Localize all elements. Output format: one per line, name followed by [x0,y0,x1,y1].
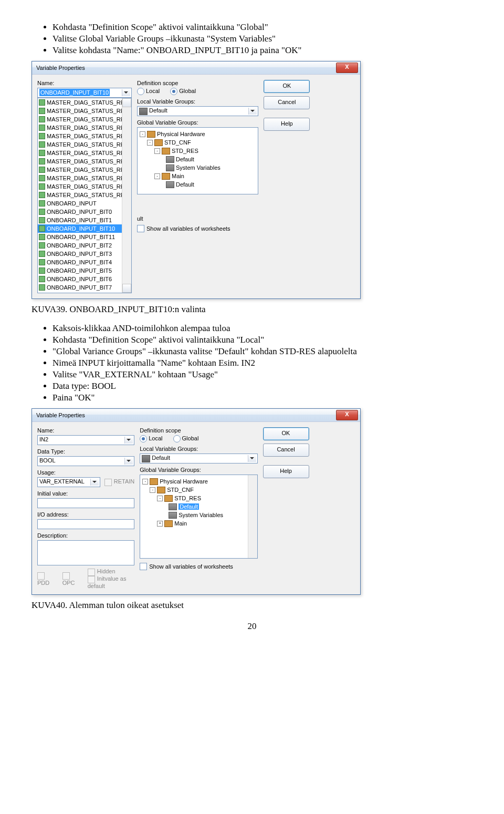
list-item[interactable]: ONBOARD_INPUT_BIT11 [38,233,131,241]
list-item[interactable]: MASTER_DIAG_STATUS_REG_US [38,182,131,191]
usage-combo[interactable]: VAR_EXTERNAL [37,477,100,487]
variable-icon [39,158,45,164]
expander-icon[interactable]: - [157,496,163,501]
help-button[interactable]: Help [264,118,310,131]
scrollbar[interactable] [122,98,131,293]
io-label: I/O address: [37,511,134,518]
lvg-combo[interactable]: Default [140,454,257,463]
mid-bullets: Kaksois-klikkaa AND-toimilohkon alempaa … [52,323,472,403]
variable-icon [39,242,45,249]
list-item[interactable]: ONBOARD_INPUT_BIT2 [38,241,131,250]
show-all-checkbox[interactable] [137,225,144,232]
folder-icon [162,148,170,154]
show-all-checkbox[interactable] [140,563,147,570]
list-item[interactable]: ONBOARD_INPUT_BIT5 [38,266,131,275]
ok-button[interactable]: OK [264,80,310,93]
dialog-title: Variable Properties [36,412,336,418]
list-item[interactable]: ONBOARD_INPUT_BIT8 [38,292,131,293]
list-item[interactable]: ONBOARD_INPUT_BIT4 [38,258,131,266]
expander-icon[interactable]: - [142,479,148,485]
list-item[interactable]: MASTER_DIAG_STATUS_REG_SY [38,166,131,174]
list-item[interactable]: ONBOARD_INPUT_BIT6 [38,275,131,283]
close-icon[interactable]: X [336,410,358,420]
variable-icon [39,150,45,156]
expander-icon[interactable]: - [154,148,160,154]
list-item: "Global Variance Groups" –ikkunasta vali… [52,346,472,357]
pdd-option: PDD [37,572,55,585]
initial-label: Initial value: [37,490,134,497]
ok-button[interactable]: OK [263,427,309,440]
lvg-combo[interactable]: Default [137,106,258,116]
close-icon[interactable]: X [336,63,358,73]
datatype-combo[interactable]: BOOL [37,456,134,466]
name-listbox[interactable]: MASTER_DIAG_STATUS_REG_HIMASTER_DIAG_STA… [37,98,132,293]
dialog-title: Variable Properties [36,65,336,71]
radio-global[interactable]: Global [170,88,196,95]
figure-caption-2: KUVA40. Alemman tulon oikeat asetukset [32,600,472,611]
list-item: Valitse kohdasta "Name:" ONBOARD_INPUT_B… [52,45,472,56]
retain-option: RETAIN [104,478,135,486]
variable-icon [39,267,45,274]
disk-icon [169,503,177,510]
list-item[interactable]: ONBOARD_INPUT_BIT1 [38,216,131,224]
cancel-button[interactable]: Cancel [263,444,309,457]
name-combo[interactable]: ONBOARD_INPUT_BIT10 [37,88,132,98]
radio-local[interactable]: Local [140,435,162,442]
list-item[interactable]: MASTER_DIAG_STATUS_REG_RL [38,149,131,157]
description-input[interactable] [37,540,134,565]
radio-global[interactable]: Global [173,435,199,442]
list-item[interactable]: MASTER_DIAG_STATUS_REG_QL [38,123,131,132]
help-button[interactable]: Help [263,465,309,478]
expander-icon[interactable]: - [140,131,145,137]
gvg-tree[interactable]: -Physical Hardware -STD_CNF -STD_RES Def… [137,127,258,194]
disk-icon [166,181,174,188]
list-item: Kaksois-klikkaa AND-toimilohkon alempaa … [52,323,472,334]
list-item: Paina "OK" [52,393,472,403]
disk-icon [139,108,148,115]
list-item[interactable]: MASTER_DIAG_STATUS_REG_RC [38,132,131,140]
list-item: Valitse "VAR_EXTERNAL" kohtaan "Usage" [52,369,472,380]
list-item[interactable]: MASTER_DIAG_STATUS_REG_WA [38,191,131,199]
list-item[interactable]: ONBOARD_INPUT [38,199,131,208]
cancel-button[interactable]: Cancel [264,96,310,109]
folder-icon [164,520,173,527]
variable-icon [39,192,45,198]
opc-option: OPC [62,572,80,585]
list-item[interactable]: MASTER_DIAG_STATUS_REG_SS [38,157,131,166]
io-address-input[interactable] [37,519,134,529]
variable-icon [39,209,45,215]
list-item[interactable]: ONBOARD_INPUT_BIT0 [38,208,131,216]
disk-icon [166,156,174,163]
list-item: Kohdasta "Definition Scope" aktivoi vali… [52,335,472,345]
initial-value-input[interactable] [37,498,134,508]
list-item[interactable]: MASTER_DIAG_STATUS_REG_RE [38,140,131,149]
variable-icon [39,251,45,257]
variable-icon [39,175,45,181]
radio-local[interactable]: Local [137,88,160,95]
expander-icon[interactable]: - [154,173,160,179]
list-item[interactable]: MASTER_DIAG_STATUS_REG_PF [38,115,131,123]
list-item[interactable]: ONBOARD_INPUT_BIT3 [38,250,131,258]
lvg-label: Local Variable Groups: [140,446,257,452]
expander-icon[interactable]: - [147,140,153,146]
list-item[interactable]: MASTER_DIAG_STATUS_REG_HI [38,98,131,107]
retain-checkbox [104,479,112,486]
list-item[interactable]: MASTER_DIAG_STATUS_REG_LO [38,107,131,115]
name-combo[interactable]: IN2 [37,435,134,445]
list-item[interactable]: ONBOARD_INPUT_BIT7 [38,283,131,292]
scrollbar[interactable] [248,475,257,558]
gvg-tree[interactable]: -Physical Hardware -STD_CNF -STD_RES Def… [140,475,257,559]
list-item[interactable]: MASTER_DIAG_STATUS_REG_SY [38,174,131,182]
disk-icon [166,164,174,171]
folder-icon [164,495,173,502]
folder-icon [154,139,163,146]
expander-icon[interactable]: + [157,521,163,527]
datatype-label: Data Type: [37,448,134,455]
hidden-init-option: Hidden Initvalue as default [88,569,135,589]
gvg-label: Global Variable Groups: [137,119,258,126]
variable-properties-dialog-1: Variable Properties X Name: ONBOARD_INPU… [32,61,361,299]
variable-icon [39,284,45,291]
list-item: Nimeä INPUT kirjoittamalla "Name" kohtaa… [52,358,472,368]
list-item[interactable]: ONBOARD_INPUT_BIT10 [38,224,131,233]
expander-icon[interactable]: - [150,487,155,493]
